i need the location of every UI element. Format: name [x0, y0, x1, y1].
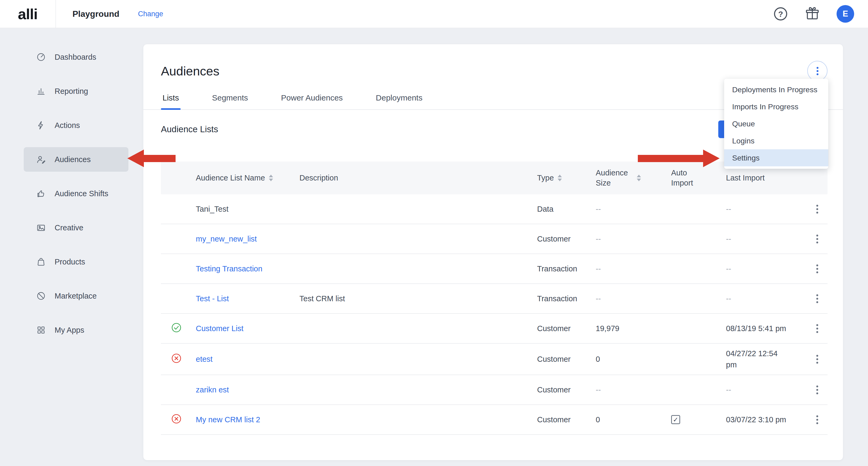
sidebar-item-actions[interactable]: Actions — [24, 113, 128, 138]
row-description-cell: Test CRM list — [300, 294, 537, 303]
row-kebab-icon[interactable] — [816, 358, 818, 360]
sidebar-item-dashboards[interactable]: Dashboards — [24, 45, 128, 69]
sidebar-item-products[interactable]: Products — [24, 250, 128, 274]
audience-list-name-link[interactable]: Testing Transaction — [196, 264, 262, 273]
row-last-import-cell: -- — [726, 233, 811, 244]
sidebar-item-audiences[interactable]: Audiences — [24, 147, 128, 172]
column-header-audience-size: Audience Size — [596, 168, 671, 188]
row-kebab-icon[interactable] — [816, 328, 818, 329]
topbar: alli Playground Change ? E — [0, 0, 868, 28]
help-icon[interactable]: ? — [773, 6, 788, 21]
arrow-head-icon — [703, 150, 720, 167]
row-size-cell: -- — [596, 205, 671, 213]
page-title: Audiences — [161, 64, 220, 78]
arrow-shaft — [144, 155, 176, 162]
audience-list-name-link[interactable]: zarikn est — [196, 385, 229, 394]
sidebar-item-label: Creative — [55, 224, 83, 232]
gift-icon[interactable] — [805, 7, 819, 21]
creative-icon — [36, 222, 48, 233]
table-row: My new CRM list 2 Customer 0 ✓ 03/07/22 … — [161, 405, 828, 435]
menu-item-imports-in-progress[interactable]: Imports In Progress — [724, 98, 828, 115]
row-size-cell: -- — [596, 294, 671, 303]
row-last-import-cell: -- — [726, 293, 811, 304]
row-kebab-icon[interactable] — [816, 419, 818, 421]
audience-list-name-link[interactable]: My new CRM list 2 — [196, 415, 260, 424]
row-kebab-icon[interactable] — [816, 208, 818, 210]
row-type-cell: Transaction — [537, 294, 596, 303]
row-last-import-cell: 08/13/19 5:41 pm — [726, 323, 811, 334]
sidebar-item-label: Dashboards — [55, 53, 96, 62]
row-type-cell: Customer — [537, 235, 596, 243]
menu-item-settings[interactable]: Settings — [724, 149, 828, 166]
change-workspace-link[interactable]: Change — [138, 10, 163, 18]
row-last-import-cell: -- — [726, 263, 811, 274]
row-status-cell — [161, 322, 196, 335]
audience-list-name-link[interactable]: etest — [196, 355, 213, 363]
arrow-head-icon — [127, 150, 144, 167]
audience-list-name-link[interactable]: Tani_Test — [196, 205, 228, 213]
table-row: Tani_Test Data -- -- — [161, 194, 828, 224]
row-kebab-icon[interactable] — [816, 268, 818, 270]
row-type-cell: Data — [537, 205, 596, 213]
sidebar-item-audience-shifts[interactable]: Audience Shifts — [24, 181, 128, 206]
sidebar-item-my-apps[interactable]: My Apps — [24, 318, 128, 342]
menu-item-logins[interactable]: Logins — [724, 132, 828, 149]
actions-icon — [36, 120, 48, 130]
tab-segments[interactable]: Segments — [211, 93, 250, 109]
marketplace-icon — [36, 291, 48, 301]
reporting-icon — [36, 86, 48, 96]
tab-deployments[interactable]: Deployments — [374, 93, 424, 109]
sidebar: Dashboards Reporting Actions Audiences A… — [0, 28, 143, 466]
annotation-arrow-audiences — [127, 150, 176, 167]
column-header-description: Description — [300, 173, 537, 183]
row-kebab-icon[interactable] — [816, 238, 818, 240]
page-options-kebab-button[interactable] — [807, 61, 828, 81]
arrow-shaft — [638, 155, 703, 162]
row-last-import-cell: -- — [726, 384, 811, 395]
dashboards-icon — [36, 52, 48, 62]
column-header-type: Type — [537, 173, 596, 183]
sort-icon[interactable] — [558, 175, 562, 181]
success-icon — [171, 322, 182, 335]
audiences-icon — [36, 154, 48, 165]
auto-import-checkbox[interactable]: ✓ — [671, 415, 680, 424]
row-type-cell: Transaction — [537, 264, 596, 273]
row-size-cell: 0 — [596, 355, 671, 363]
sort-icon[interactable] — [637, 175, 641, 181]
table-row: zarikn est Customer -- -- — [161, 375, 828, 405]
sidebar-item-label: Products — [55, 258, 85, 266]
options-dropdown-menu: Deployments In ProgressImports In Progre… — [724, 79, 828, 169]
audience-list-name-link[interactable]: Customer List — [196, 324, 244, 333]
title-row: Audiences — [161, 61, 828, 81]
tab-lists[interactable]: Lists — [161, 93, 181, 109]
table-row: Customer List Customer 19,979 08/13/19 5… — [161, 314, 828, 344]
sidebar-item-reporting[interactable]: Reporting — [24, 79, 128, 104]
menu-item-deployments-in-progress[interactable]: Deployments In Progress — [724, 81, 828, 98]
row-size-cell: 19,979 — [596, 324, 671, 333]
sidebar-item-creative[interactable]: Creative — [24, 215, 128, 240]
column-header-last-import: Last Import — [726, 173, 811, 183]
section-title: Audience Lists — [161, 124, 218, 134]
row-kebab-icon[interactable] — [816, 298, 818, 300]
audience-list-name-link[interactable]: my_new_new_list — [196, 235, 257, 243]
row-type-cell: Customer — [537, 324, 596, 333]
audience-shifts-icon — [36, 188, 48, 199]
row-kebab-icon[interactable] — [816, 389, 818, 391]
table-row: Test - List Test CRM list Transaction --… — [161, 284, 828, 314]
audience-list-name-link[interactable]: Test - List — [196, 294, 229, 303]
kebab-dots-icon — [816, 70, 818, 72]
alli-logo: alli — [18, 5, 37, 23]
sort-icon[interactable] — [269, 175, 273, 181]
menu-item-queue[interactable]: Queue — [724, 115, 828, 132]
avatar[interactable]: E — [837, 5, 854, 23]
sidebar-item-marketplace[interactable]: Marketplace — [24, 284, 128, 308]
svg-text:?: ? — [778, 9, 783, 19]
sidebar-item-label: Audiences — [55, 155, 91, 164]
page: alli Playground Change ? E — [0, 0, 868, 466]
workspace-name: Playground — [72, 9, 119, 19]
tab-power-audiences[interactable]: Power Audiences — [279, 93, 344, 109]
table-row: my_new_new_list Customer -- -- — [161, 224, 828, 254]
sidebar-item-label: My Apps — [55, 326, 84, 334]
sidebar-item-label: Audience Shifts — [55, 189, 108, 198]
row-size-cell: -- — [596, 264, 671, 273]
